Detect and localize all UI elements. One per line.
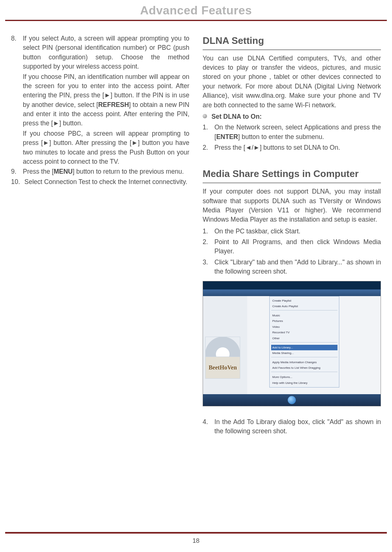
play-button-icon — [288, 396, 296, 404]
dlna-step-1-text: On the Network screen, select Applicatio… — [214, 123, 381, 142]
content-columns: 8. If you select Auto, a screen will app… — [0, 21, 392, 437]
wmp-menu-item: Other — [271, 336, 337, 341]
wmp-menu-item: More Options... — [271, 374, 337, 380]
step-9: 9. Press the [MENU] button to return to … — [11, 167, 189, 176]
media-step-2: 2. Point to All Programs, and then click… — [203, 237, 381, 256]
wmp-titlebar — [203, 281, 381, 289]
media-step-1-number: 1. — [203, 227, 210, 236]
dlna-heading: DLNA Setting — [203, 34, 381, 50]
media-step-3-number: 3. — [203, 258, 210, 277]
wmp-body: Create Playlist Create Auto Playlist Mus… — [247, 296, 381, 394]
wmp-menu-item: Create Playlist — [271, 298, 337, 304]
media-step-4-text: In the Add To Library dialog box, click … — [214, 417, 381, 436]
step-10: 10. Select Connection Test to check the … — [11, 177, 189, 187]
step-9-text: Press the [MENU] button to return to the… — [23, 167, 189, 176]
wmp-sidebar: BeetHoVen — [203, 296, 247, 394]
wmp-library-menu: Create Playlist Create Auto Playlist Mus… — [269, 296, 339, 388]
wmp-artist-art: BeetHoVen — [205, 357, 240, 379]
step-8-text: If you select Auto, a screen will appear… — [23, 34, 189, 72]
wmp-menu-item: Help with Using the Library — [271, 380, 337, 386]
dlna-step-2: 2. Press the [◄/►] buttons to set DLNA t… — [203, 143, 381, 152]
step-9-number: 9. — [11, 167, 18, 176]
dlna-step-2-text: Press the [◄/►] buttons to set DLNA to O… — [214, 143, 381, 152]
media-step-4-number: 4. — [203, 417, 210, 436]
wmp-screenshot: BeetHoVen Create Playlist Create Auto Pl… — [203, 281, 381, 406]
page-header: Advanced Features — [0, 0, 392, 21]
footer-rule-red — [5, 532, 387, 534]
wmp-tabbar — [203, 289, 381, 296]
media-step-3-text: Click "Library" tab and then "Add to Lib… — [214, 258, 381, 277]
media-step-1-text: On the PC taskbar, click Start. — [214, 227, 381, 236]
step-10-number: 10. — [11, 177, 20, 187]
wmp-menu-item-highlighted: Add to Library... — [271, 345, 337, 351]
media-step-3: 3. Click "Library" tab and then "Add to … — [203, 258, 381, 277]
bullet-dot-icon — [203, 114, 207, 118]
wmp-menu-item: Music — [271, 313, 337, 319]
media-step-2-text: Point to All Programs, and then click Wi… — [214, 237, 381, 256]
wmp-menu-item: Recorded TV — [271, 330, 337, 336]
wmp-menu-item: Create Auto Playlist — [271, 303, 337, 309]
wmp-menu-item: Video — [271, 324, 337, 330]
page-number: 18 — [0, 537, 392, 545]
dlna-step-2-number: 2. — [203, 143, 210, 152]
right-column: DLNA Setting You can use DLNA Certified … — [203, 34, 381, 437]
media-share-heading: Media Share Settings in Computer — [203, 167, 381, 183]
page-title: Advanced Features — [0, 4, 392, 20]
step-10-text: Select Connection Test to check the Inte… — [24, 177, 189, 187]
step-8-number: 8. — [11, 34, 18, 72]
step-8: 8. If you select Auto, a screen will app… — [11, 34, 189, 72]
wmp-menu-item: Apply Media Information Changes — [271, 360, 337, 365]
dlna-step-1: 1. On the Network screen, select Applica… — [203, 123, 381, 142]
left-column: 8. If you select Auto, a screen will app… — [11, 34, 189, 437]
wmp-menu-item: Media Sharing... — [271, 350, 337, 356]
wmp-menu-item: Pictures — [271, 318, 337, 324]
step-8-pin-para: If you choose PIN, an identification num… — [23, 72, 189, 128]
page-footer: 18 — [0, 532, 392, 545]
set-dlna-label: Set DLNA to On: — [211, 112, 381, 121]
media-step-1: 1. On the PC taskbar, click Start. — [203, 227, 381, 236]
media-share-paragraph: If your computer does not support DLNA, … — [203, 187, 381, 225]
dlna-paragraph: You can use DLNA Certified computers, TV… — [203, 54, 381, 110]
dlna-step-1-number: 1. — [203, 123, 210, 142]
media-step-2-number: 2. — [203, 237, 210, 256]
step-8-pbc-para: If you choose PBC, a screen will appear … — [23, 129, 189, 167]
media-step-4: 4. In the Add To Library dialog box, cli… — [203, 417, 381, 436]
wmp-menu-item: Add Favorites to List When Dragging — [271, 365, 337, 371]
set-dlna-bullet: Set DLNA to On: — [203, 112, 381, 121]
wmp-playbar — [203, 394, 381, 406]
